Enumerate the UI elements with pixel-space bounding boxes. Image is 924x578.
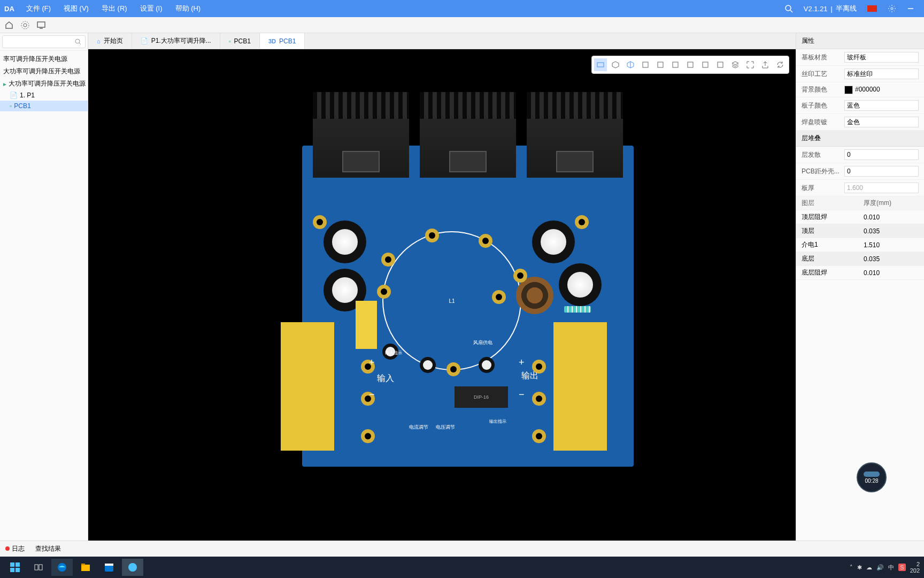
prop-row: PCB距外壳...: [796, 163, 924, 180]
system-tray[interactable]: ˄ ✱ ☁ 🔊 中 S 2202: [850, 561, 920, 574]
tree-item[interactable]: ▸ 大功率可调升降压开关电源: [0, 78, 88, 90]
prop-row: 板厚: [796, 180, 924, 196]
color-swatch[interactable]: [844, 86, 853, 94]
calendar-icon[interactable]: [98, 559, 120, 576]
svg-rect-8: [597, 63, 604, 67]
small-cap: [420, 357, 436, 373]
view-iso1-icon[interactable]: [609, 58, 622, 71]
home-icon: ⌂: [97, 38, 101, 44]
export-icon[interactable]: [759, 58, 772, 71]
silkscreen-input: 输入: [377, 373, 394, 384]
prop-layerspread-input[interactable]: [844, 149, 919, 160]
menu-export[interactable]: 导出 (R): [95, 4, 134, 13]
tab-pcb[interactable]: ▫PCB1: [220, 33, 260, 49]
monitor-tool-icon[interactable]: [36, 20, 46, 30]
prop-substrate-input[interactable]: [844, 52, 919, 63]
table-row[interactable]: 顶层0.035: [796, 224, 924, 238]
prop-padplating-input[interactable]: [844, 117, 919, 127]
mounting-hole: [575, 215, 589, 229]
svg-rect-9: [643, 62, 648, 67]
refresh-icon[interactable]: [774, 58, 787, 71]
taskview-icon[interactable]: [28, 559, 49, 576]
view-cube-icon[interactable]: [714, 58, 727, 71]
view-front-icon[interactable]: [639, 58, 652, 71]
prop-silkscreen-input[interactable]: [844, 69, 919, 79]
layers-header: 层堆叠: [796, 131, 924, 147]
svg-rect-12: [688, 62, 693, 67]
volume-icon[interactable]: 🔊: [876, 564, 884, 571]
table-row[interactable]: 底层阻焊0.010: [796, 266, 924, 280]
ime-indicator[interactable]: 中: [888, 564, 894, 572]
tree-item[interactable]: 📄 1. P1: [0, 90, 88, 101]
view-bottom-icon[interactable]: [699, 58, 712, 71]
view-left-icon[interactable]: [669, 58, 682, 71]
app-icon[interactable]: [122, 559, 143, 576]
table-row[interactable]: 底层0.035: [796, 252, 924, 266]
prop-row: 板子颜色: [796, 97, 924, 114]
gear-icon[interactable]: [882, 4, 902, 13]
svg-point-5: [21, 21, 29, 29]
edge-icon[interactable]: [51, 559, 73, 576]
menu-settings[interactable]: 设置 (I): [134, 4, 169, 13]
tab-schematic[interactable]: 📄P1.大功率可调升降...: [132, 33, 220, 49]
pad-hole: [381, 253, 395, 267]
table-row[interactable]: 介电11.510: [796, 238, 924, 252]
sogou-icon[interactable]: S: [898, 564, 905, 571]
view-iso2-icon[interactable]: [624, 58, 637, 71]
search-input[interactable]: [2, 35, 86, 48]
minimize-icon[interactable]: [902, 5, 920, 12]
tab-3d[interactable]: 3DPCB1: [260, 33, 305, 49]
menu-view[interactable]: 视图 (V): [57, 4, 95, 13]
canvas-3d-viewport[interactable]: DIP-16 输入 输出 + − + − 风扇供电 输入指示 输出指示 电流调节…: [88, 49, 796, 541]
3d-icon: 3D: [268, 38, 276, 44]
tree-item-selected[interactable]: ▫ PCB1: [0, 101, 88, 111]
prop-row: 焊盘喷镀: [796, 114, 924, 131]
chevron-up-icon[interactable]: ˄: [850, 564, 853, 571]
cloud-icon[interactable]: ☁: [866, 564, 872, 571]
silkscreen-fan: 风扇供电: [473, 339, 492, 346]
table-row[interactable]: 顶层阻焊0.010: [796, 210, 924, 224]
layers-icon[interactable]: [729, 58, 742, 71]
doc-icon: 📄: [141, 37, 148, 44]
terminal-hole: [532, 392, 546, 406]
prop-row: 基板材质: [796, 49, 924, 66]
pad-hole: [425, 229, 439, 242]
flag-icon[interactable]: [862, 5, 882, 12]
silkscreen-output: 输出: [521, 370, 538, 382]
home-tool-icon[interactable]: [4, 20, 14, 30]
menu-help[interactable]: 帮助 (H): [169, 4, 207, 13]
menubar: DA 文件 (F) 视图 (V) 导出 (R) 设置 (I) 帮助 (H) V2…: [0, 0, 924, 17]
tray-icon[interactable]: ✱: [857, 564, 862, 571]
gear-tool-icon[interactable]: [20, 20, 30, 30]
svg-rect-6: [37, 22, 45, 27]
results-tab[interactable]: 查找结果: [35, 544, 61, 553]
log-indicator-icon: [5, 546, 10, 551]
svg-rect-17: [10, 568, 14, 572]
mounting-hole: [313, 215, 327, 229]
transistor: [449, 151, 487, 172]
menu-file[interactable]: 文件 (F): [20, 4, 57, 13]
view-right-icon[interactable]: [684, 58, 697, 71]
explorer-icon[interactable]: [75, 559, 96, 576]
search-icon[interactable]: [779, 4, 798, 13]
tree-item[interactable]: 大功率可调升降压开关电源: [0, 65, 88, 78]
svg-rect-10: [658, 62, 663, 67]
view-top-icon[interactable]: [594, 58, 607, 71]
svg-line-1: [790, 10, 792, 12]
version-label: V2.1.21 | 半离线: [798, 4, 862, 13]
app-logo: DA: [4, 5, 14, 13]
prop-pcbdist-input[interactable]: [844, 166, 919, 177]
tab-home[interactable]: ⌂开始页: [88, 33, 132, 49]
wave-icon: [864, 471, 880, 477]
pad-hole: [479, 234, 492, 248]
heatsink: [420, 92, 516, 178]
start-button[interactable]: [4, 559, 26, 576]
clock[interactable]: 2202: [910, 561, 920, 574]
fullscreen-icon[interactable]: [744, 58, 757, 71]
timer-badge[interactable]: 00:28: [857, 462, 887, 492]
prop-boardcolor-input[interactable]: [844, 100, 919, 111]
log-tab[interactable]: 日志: [5, 544, 25, 553]
view-back-icon[interactable]: [654, 58, 667, 71]
tree-item[interactable]: 率可调升降压开关电源: [0, 53, 88, 65]
svg-rect-20: [39, 565, 42, 570]
